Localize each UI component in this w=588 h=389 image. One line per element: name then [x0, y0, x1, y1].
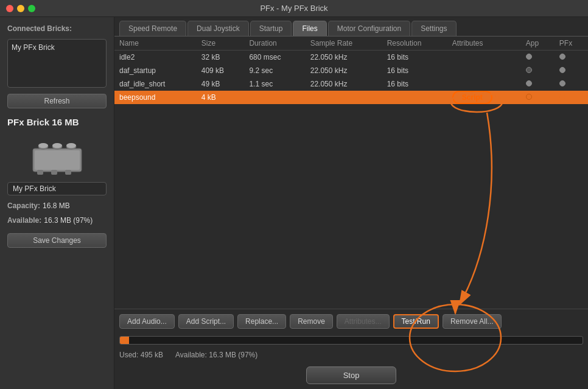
svg-point-3 [38, 143, 48, 148]
tab-settings[interactable]: Settings [411, 21, 456, 36]
cell-attributes: Script [447, 91, 521, 104]
minimize-button[interactable] [17, 5, 24, 12]
cell-sample-rate: 22.050 kHz [306, 64, 382, 77]
svg-point-7 [66, 143, 76, 148]
table-body: idle2 32 kB 680 msec 22.050 kHz 16 bits … [114, 51, 588, 105]
cell-attributes [447, 77, 521, 91]
tab-dual-joystick[interactable]: Dual Joystick [187, 21, 249, 36]
table-header: Name Size Duration Sample Rate Resolutio… [114, 37, 588, 51]
cell-pfx [555, 64, 588, 77]
table-row[interactable]: daf_idle_short 49 kB 1.1 sec 22.050 kHz … [114, 77, 588, 91]
col-duration: Duration [244, 37, 305, 51]
cell-pfx [555, 77, 588, 91]
tab-files[interactable]: Files [293, 21, 326, 36]
tabbar: Speed Remote Dual Joystick Startup Files… [114, 17, 588, 36]
svg-point-5 [52, 143, 62, 148]
save-changes-button[interactable]: Save Changes [7, 233, 107, 248]
capacity-row: Capacity: 16.8 MB [7, 202, 107, 210]
used-value: 495 kB [141, 351, 163, 359]
tab-motor-configuration[interactable]: Motor Configuration [328, 21, 410, 36]
col-size: Size [197, 37, 245, 51]
cell-name: daf_startup [114, 64, 197, 77]
col-name: Name [114, 37, 197, 51]
brick-list[interactable]: My PFx Brick [7, 39, 107, 88]
add-audio-button[interactable]: Add Audio... [119, 314, 175, 329]
cell-duration: 680 msec [244, 51, 305, 65]
cell-app [521, 91, 555, 104]
col-pfx: PFx [555, 37, 588, 51]
brick-section-title: PFx Brick 16 MB [7, 117, 107, 127]
brick-image [30, 133, 85, 176]
cell-sample-rate: 22.050 kHz [306, 77, 382, 91]
available-row: Available: 16.3 MB (97%) [7, 216, 107, 225]
available-storage-value: 16.3 MB (97%) [209, 351, 257, 359]
maximize-button[interactable] [28, 5, 35, 12]
available-value: 16.3 MB (97%) [44, 216, 93, 225]
table-row-selected[interactable]: beepsound 4 kB Script [114, 91, 588, 104]
titlebar: PFx - My PFx Brick [0, 0, 588, 17]
available-label: Available: [7, 216, 41, 225]
used-label-text: Used: [119, 351, 138, 359]
cell-resolution: 16 bits [382, 77, 447, 91]
pfx-dot [559, 80, 565, 86]
available-storage-label: Available: 16.3 MB (97%) [175, 351, 257, 359]
table-row[interactable]: daf_startup 409 kB 9.2 sec 22.050 kHz 16… [114, 64, 588, 77]
script-badge: Script [452, 91, 492, 104]
refresh-button[interactable]: Refresh [7, 94, 107, 108]
cell-size: 32 kB [197, 51, 245, 65]
cell-resolution [382, 91, 447, 104]
col-attributes: Attributes [447, 37, 521, 51]
cell-sample-rate [306, 91, 382, 104]
cell-duration [244, 91, 305, 104]
add-script-button[interactable]: Add Script... [178, 314, 234, 329]
file-table-area: Name Size Duration Sample Rate Resolutio… [114, 36, 588, 309]
attributes-button[interactable]: Attributes... [337, 314, 390, 329]
cell-app [521, 51, 555, 65]
cell-pfx [555, 91, 588, 104]
file-table: Name Size Duration Sample Rate Resolutio… [114, 37, 588, 104]
main-layout: Connected Bricks: My PFx Brick Refresh P… [0, 17, 588, 389]
pfx-dot [559, 54, 565, 60]
test-run-button[interactable]: Test/Run [393, 314, 439, 329]
svg-rect-1 [35, 150, 80, 170]
progress-area [114, 334, 588, 347]
col-resolution: Resolution [382, 37, 447, 51]
remove-all-button[interactable]: Remove All... [443, 314, 502, 329]
progress-bar-background [119, 336, 583, 345]
capacity-value: 16.8 MB [43, 202, 70, 210]
replace-button[interactable]: Replace... [237, 314, 286, 329]
window-title: PFx - My PFx Brick [260, 4, 327, 13]
bottom-toolbar: Add Audio... Add Script... Replace... Re… [114, 309, 588, 334]
cell-size: 49 kB [197, 77, 245, 91]
cell-name: idle2 [114, 51, 197, 65]
pfx-dot [559, 67, 565, 73]
brick-list-item[interactable]: My PFx Brick [12, 42, 102, 53]
cell-resolution: 16 bits [382, 51, 447, 65]
brick-svg [30, 133, 85, 176]
stop-area: Stop [114, 363, 588, 389]
progress-bar-fill [120, 337, 129, 344]
cell-size: 4 kB [197, 91, 245, 104]
svg-rect-9 [51, 170, 57, 175]
sidebar: Connected Bricks: My PFx Brick Refresh P… [0, 17, 114, 389]
cell-resolution: 16 bits [382, 64, 447, 77]
tab-startup[interactable]: Startup [250, 21, 292, 36]
traffic-lights [6, 5, 35, 12]
cell-size: 409 kB [197, 64, 245, 77]
storage-info: Used: 495 kB Available: 16.3 MB (97%) [114, 347, 588, 363]
cell-pfx [555, 51, 588, 65]
svg-rect-10 [65, 170, 71, 175]
cell-attributes [447, 51, 521, 65]
available-storage-label-text: Available: [175, 351, 207, 359]
app-dot [526, 67, 532, 73]
tab-speed-remote[interactable]: Speed Remote [119, 21, 186, 36]
cell-duration: 9.2 sec [244, 64, 305, 77]
remove-button[interactable]: Remove [290, 314, 333, 329]
table-row[interactable]: idle2 32 kB 680 msec 22.050 kHz 16 bits [114, 51, 588, 65]
close-button[interactable] [6, 5, 13, 12]
cell-name: daf_idle_short [114, 77, 197, 91]
stop-button[interactable]: Stop [306, 366, 397, 384]
connected-label: Connected Bricks: [7, 24, 107, 33]
app-dot [526, 94, 532, 100]
svg-rect-8 [37, 170, 43, 175]
